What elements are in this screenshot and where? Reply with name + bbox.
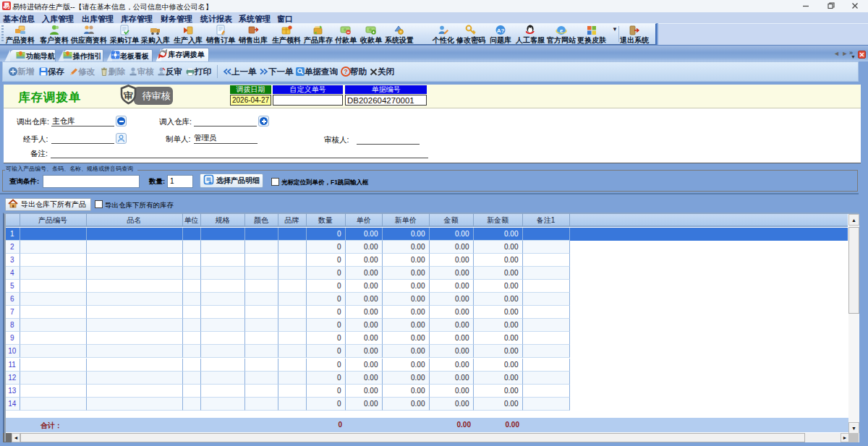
svg-text:e: e [560, 27, 563, 34]
svg-text:审: 审 [124, 90, 133, 101]
svg-text:A?: A? [497, 27, 505, 34]
svg-text:?: ? [344, 68, 347, 75]
